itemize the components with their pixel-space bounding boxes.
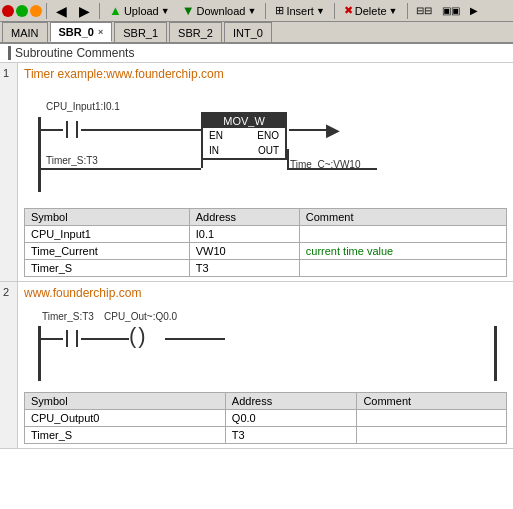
instr-box-mov: MOV_W EN ENO IN OUT — [201, 112, 287, 160]
sec2-hline-2 — [81, 338, 129, 340]
tab-int0-label: INT_0 — [233, 27, 263, 39]
delete-icon: ✖ — [344, 4, 353, 17]
extra-icon-2[interactable]: ▣▣ — [438, 1, 464, 21]
section-2-body: www.founderchip.com Timer_S:T3 CPU_Out~:… — [18, 282, 513, 448]
eno-label: ENO — [257, 130, 279, 141]
tab-sbr1[interactable]: SBR_1 — [114, 22, 167, 42]
tab-main[interactable]: MAIN — [2, 22, 48, 42]
sec2-timer-label: Timer_S:T3 — [42, 311, 94, 322]
hline-timer — [41, 168, 103, 170]
forward-button[interactable]: ▶ — [74, 1, 95, 21]
tab-sbr0[interactable]: SBR_0 × — [50, 22, 113, 42]
addr-cpu-input1: I0.1 — [189, 226, 299, 243]
output-coil: ( ) — [129, 325, 146, 347]
delete-label: Delete — [355, 5, 387, 17]
insert-dropdown-icon: ▼ — [316, 6, 325, 16]
section-2-number: 2 — [0, 282, 18, 448]
left-rail-2 — [38, 326, 41, 381]
table-row: Timer_S T3 — [25, 260, 507, 277]
delete-dropdown-icon: ▼ — [389, 6, 398, 16]
hline-2 — [81, 129, 201, 131]
insert-icon: ⊞ — [275, 4, 284, 17]
right-rail-2 — [494, 326, 497, 381]
sym-time-current: Time_Current — [25, 243, 190, 260]
subroutine-comments-label: Subroutine Comments — [0, 44, 513, 63]
tab-main-label: MAIN — [11, 27, 39, 39]
tab-sbr0-label: SBR_0 — [59, 26, 94, 38]
tabs-bar: MAIN SBR_0 × SBR_1 SBR_2 INT_0 — [0, 22, 513, 44]
red-circle-icon — [2, 5, 14, 17]
table-row: Timer_S T3 — [25, 427, 507, 444]
cmt-time-current: current time value — [299, 243, 506, 260]
tab-sbr2[interactable]: SBR_2 — [169, 22, 222, 42]
tab-sbr0-close[interactable]: × — [98, 27, 103, 37]
section-1-body: Timer example:www.founderchip.com CPU_In… — [18, 63, 513, 281]
sec2-hline-1 — [41, 338, 63, 340]
cmt-cpu-output0 — [357, 410, 507, 427]
download-dropdown-icon: ▼ — [247, 6, 256, 16]
addr-timer-s: T3 — [189, 260, 299, 277]
coil-open-paren: ( — [129, 325, 136, 347]
tab-sbr1-label: SBR_1 — [123, 27, 158, 39]
addr-timer-s-2: T3 — [225, 427, 357, 444]
separator-4 — [334, 3, 335, 19]
hline-1 — [41, 129, 63, 131]
separator-5 — [407, 3, 408, 19]
download-label: Download — [197, 5, 246, 17]
out-label: OUT — [258, 145, 279, 156]
insert-button[interactable]: ⊞ Insert ▼ — [270, 1, 329, 21]
cmt-timer-s-2 — [357, 427, 507, 444]
toolbar: ◀ ▶ ▲ Upload ▼ ▼ Download ▼ ⊞ Insert ▼ ✖… — [0, 0, 513, 22]
extra-icon-1[interactable]: ⊟⊟ — [412, 1, 436, 21]
back-icon: ◀ — [56, 3, 67, 19]
sym-timer-s-2: Timer_S — [25, 427, 226, 444]
orange-circle-icon — [30, 5, 42, 17]
cpu-input-label: CPU_Input1:I0.1 — [46, 101, 120, 112]
col-address-2: Address — [225, 393, 357, 410]
instr-title: MOV_W — [203, 114, 285, 128]
separator-3 — [265, 3, 266, 19]
back-button[interactable]: ◀ — [51, 1, 72, 21]
instr-en-eno: EN ENO — [203, 128, 285, 143]
instr-in-out: IN OUT — [203, 143, 285, 158]
col-address-1: Address — [189, 209, 299, 226]
addr-cpu-output0: Q0.0 — [225, 410, 357, 427]
section-2: 2 www.founderchip.com Timer_S:T3 CPU_Out… — [0, 282, 513, 449]
addr-time-current: VW10 — [189, 243, 299, 260]
vline-timer-in2 — [201, 151, 203, 168]
tab-sbr2-label: SBR_2 — [178, 27, 213, 39]
sym-timer-s: Timer_S — [25, 260, 190, 277]
contact-1 — [63, 120, 81, 140]
vline-out — [287, 149, 289, 169]
separator-2 — [99, 3, 100, 19]
section-1-number: 1 — [0, 63, 18, 281]
section-2-comment: www.founderchip.com — [24, 286, 507, 300]
table-row: CPU_Input1 I0.1 — [25, 226, 507, 243]
section-1-comment: Timer example:www.founderchip.com — [24, 67, 507, 81]
sec2-cpu-out-label: CPU_Out~:Q0.0 — [104, 311, 177, 322]
separator-1 — [46, 3, 47, 19]
col-symbol-1: Symbol — [25, 209, 190, 226]
extra-icon-3[interactable]: ▶ — [466, 1, 482, 21]
output-arrow-icon: ▶ — [326, 119, 340, 141]
green-circle-icon — [16, 5, 28, 17]
sym-cpu-output0: CPU_Output0 — [25, 410, 226, 427]
en-label: EN — [209, 130, 223, 141]
timer-s-label: Timer_S:T3 — [46, 155, 98, 166]
upload-label: Upload — [124, 5, 159, 17]
sym-cpu-input1: CPU_Input1 — [25, 226, 190, 243]
tab-int0[interactable]: INT_0 — [224, 22, 272, 42]
delete-button[interactable]: ✖ Delete ▼ — [339, 1, 403, 21]
upload-icon: ▲ — [109, 3, 122, 18]
upload-button[interactable]: ▲ Upload ▼ — [104, 1, 175, 21]
sec2-contact-timer — [63, 329, 81, 349]
forward-icon: ▶ — [79, 3, 90, 19]
cmt-timer-s — [299, 260, 506, 277]
hline-out — [287, 168, 377, 170]
section-1: 1 Timer example:www.founderchip.com CPU_… — [0, 63, 513, 282]
insert-label: Insert — [286, 5, 314, 17]
in-label: IN — [209, 145, 219, 156]
download-button[interactable]: ▼ Download ▼ — [177, 1, 262, 21]
hline-timer-in — [103, 168, 201, 170]
col-symbol-2: Symbol — [25, 393, 226, 410]
